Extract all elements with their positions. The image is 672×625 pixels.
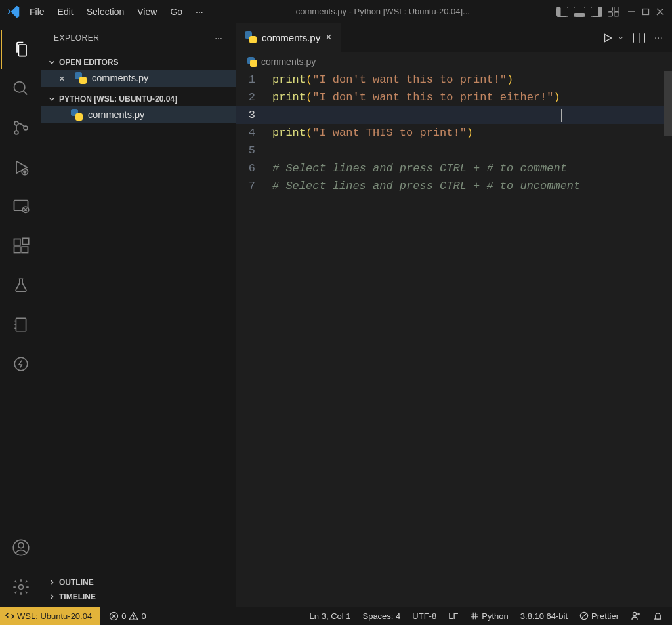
svg-line-47	[581, 613, 587, 619]
thunder-icon[interactable]	[1, 344, 41, 384]
problems-button[interactable]: 0 0	[109, 611, 146, 621]
explorer-sidebar: EXPLORER ··· OPEN EDITORS × comments.py …	[41, 23, 236, 607]
svg-point-21	[24, 171, 26, 173]
code-line: 6# Select lines and press CTRL + # to co…	[236, 159, 672, 177]
code-line: 1print("I don't want this to print!")	[236, 71, 672, 89]
remote-label: WSL: Ubuntu-20.04	[17, 611, 92, 621]
remote-explorer-icon[interactable]	[1, 187, 41, 226]
svg-point-17	[14, 131, 18, 134]
svg-point-45	[133, 618, 134, 618]
outline-label: OUTLINE	[59, 578, 94, 587]
svg-rect-7	[614, 7, 619, 11]
more-icon[interactable]: ···	[654, 32, 663, 44]
svg-rect-8	[608, 12, 613, 16]
open-editors-header[interactable]: OPEN EDITORS	[41, 55, 236, 70]
menu-go[interactable]: Go	[164, 4, 188, 20]
code-line: 3	[236, 106, 672, 124]
svg-point-48	[633, 613, 637, 616]
outline-header[interactable]: OUTLINE	[41, 575, 236, 590]
chevron-down-icon[interactable]	[618, 35, 624, 41]
warning-count: 0	[141, 611, 146, 621]
svg-rect-29	[22, 238, 28, 244]
extensions-icon[interactable]	[1, 226, 41, 266]
python-file-icon	[247, 57, 257, 67]
tab-comments-py[interactable]: comments.py ×	[236, 23, 341, 52]
code-line: 7# Select lines and press CTRL + # to un…	[236, 177, 672, 195]
svg-rect-26	[14, 239, 20, 245]
svg-point-16	[14, 121, 18, 125]
run-icon[interactable]	[602, 32, 614, 44]
split-editor-icon[interactable]	[633, 33, 645, 43]
workspace-label: PYTHON [WSL: UBUNTU-20.04]	[59, 94, 177, 104]
code-line: 2print("I don't want this to print eithe…	[236, 89, 672, 106]
remote-indicator[interactable]: WSL: Ubuntu-20.04	[0, 607, 100, 625]
error-count: 0	[121, 611, 126, 621]
breadcrumb[interactable]: comments.py	[236, 52, 672, 71]
code-line: 5	[236, 142, 672, 159]
code-line: 4print("I want THIS to print!")	[236, 124, 672, 142]
menu-overflow-icon[interactable]: ···	[190, 4, 209, 20]
python-interpreter[interactable]: 3.8.10 64-bit	[520, 611, 568, 621]
layout-customize-icon[interactable]	[608, 7, 621, 17]
svg-rect-3	[574, 13, 585, 17]
indentation[interactable]: Spaces: 4	[362, 611, 400, 621]
panel-left-icon[interactable]	[556, 7, 570, 17]
account-icon[interactable]	[1, 528, 41, 567]
workspace-header[interactable]: PYTHON [WSL: UBUNTU-20.04]	[41, 92, 236, 106]
explorer-icon[interactable]	[1, 30, 40, 69]
maximize-icon[interactable]	[642, 8, 650, 16]
panel-right-icon[interactable]	[591, 7, 604, 17]
svg-point-18	[24, 126, 28, 130]
cursor-position[interactable]: Ln 3, Col 1	[310, 611, 351, 621]
code-editor[interactable]: 1print("I don't want this to print!") 2p…	[236, 71, 672, 607]
timeline-header[interactable]: TIMELINE	[41, 590, 236, 604]
prettier-status[interactable]: Prettier	[579, 611, 619, 621]
sidebar-bottom: OUTLINE TIMELINE	[41, 573, 236, 607]
svg-rect-1	[557, 7, 561, 16]
status-bar: WSL: Ubuntu-20.04 0 0 Ln 3, Col 1 Spaces…	[0, 607, 672, 625]
layout-controls	[556, 7, 621, 17]
svg-point-34	[14, 357, 28, 371]
debug-icon[interactable]	[1, 148, 41, 187]
encoding[interactable]: UTF-8	[412, 611, 436, 621]
scrollbar[interactable]	[664, 71, 672, 136]
language-label: Python	[482, 611, 508, 621]
chevron-down-icon	[47, 94, 56, 104]
menu-file[interactable]: File	[24, 4, 51, 20]
python-file-icon	[71, 109, 83, 121]
search-icon[interactable]	[1, 69, 41, 108]
panel-bottom-icon[interactable]	[574, 7, 587, 17]
settings-gear-icon[interactable]	[1, 567, 41, 607]
svg-line-15	[24, 91, 28, 95]
svg-rect-30	[16, 318, 26, 331]
svg-rect-11	[643, 9, 649, 14]
text-cursor	[561, 109, 562, 122]
close-icon[interactable]	[656, 8, 664, 16]
notifications-icon[interactable]	[653, 611, 663, 621]
workspace-file-item[interactable]: comments.py	[41, 106, 236, 123]
close-icon[interactable]: ×	[59, 73, 70, 84]
svg-rect-9	[614, 12, 619, 16]
svg-point-36	[18, 542, 24, 548]
minimize-icon[interactable]	[627, 8, 635, 16]
source-control-icon[interactable]	[1, 108, 41, 148]
menu-selection[interactable]: Selection	[81, 4, 131, 20]
eol[interactable]: LF	[448, 611, 458, 621]
breadcrumb-label: comments.py	[261, 56, 316, 67]
feedback-icon[interactable]	[631, 611, 641, 621]
prettier-label: Prettier	[591, 611, 619, 621]
menu-edit[interactable]: Edit	[52, 4, 79, 20]
chevron-right-icon	[47, 592, 56, 601]
tab-bar: comments.py × ···	[236, 23, 672, 52]
menu-view[interactable]: View	[131, 4, 163, 20]
workspace-filename: comments.py	[88, 110, 144, 120]
more-icon[interactable]: ···	[215, 33, 222, 43]
notebook-icon[interactable]	[1, 305, 41, 344]
menu-bar: File Edit Selection View Go ···	[24, 4, 209, 20]
editor-actions: ···	[593, 23, 672, 52]
svg-rect-5	[598, 7, 602, 16]
testing-icon[interactable]	[1, 266, 41, 305]
language-mode[interactable]: Python	[470, 611, 508, 621]
close-icon[interactable]: ×	[326, 31, 331, 43]
open-editor-item[interactable]: × comments.py	[41, 70, 236, 87]
